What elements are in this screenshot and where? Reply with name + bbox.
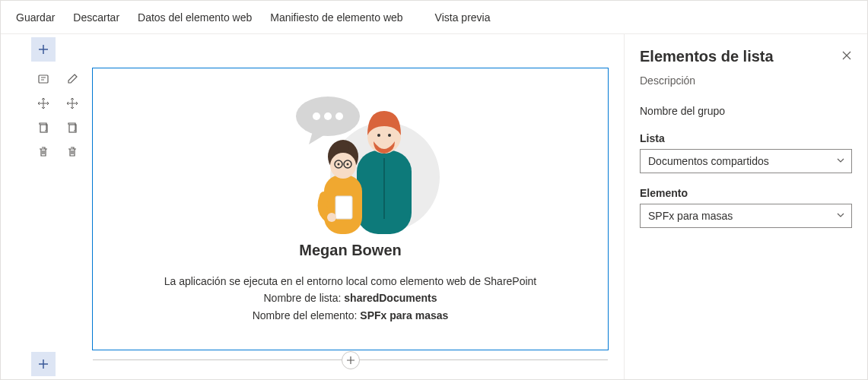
move-webpart-button[interactable] [65, 97, 79, 110]
save-button[interactable]: Guardar [7, 1, 64, 34]
webpart-manifest-button[interactable]: Manifiesto de elemento web [261, 1, 412, 34]
svg-point-5 [313, 112, 320, 120]
delete-webpart-button[interactable] [65, 145, 79, 159]
list-field-label: Lista [640, 132, 852, 144]
plus-icon [37, 358, 49, 370]
duplicate-section-button[interactable] [37, 121, 50, 135]
svg-point-11 [377, 134, 380, 137]
list-dropdown-value: Documentos compartidos [648, 155, 769, 167]
svg-point-6 [324, 112, 332, 120]
panel-header: Elementos de lista [625, 34, 867, 70]
preview-button[interactable]: Vista previa [426, 1, 500, 34]
list-dropdown[interactable]: Documentos compartidos [640, 149, 852, 173]
svg-point-19 [337, 163, 339, 166]
chevron-down-icon [836, 155, 845, 167]
duplicate-webpart-button[interactable] [65, 121, 79, 135]
add-section-top-button[interactable] [31, 37, 56, 62]
element-field-label: Elemento [640, 187, 852, 199]
svg-point-14 [337, 141, 349, 154]
add-section-bottom-button[interactable] [31, 352, 56, 376]
outer-edit-rail [31, 68, 56, 159]
property-pane: Elementos de lista Descripción Nombre de… [624, 34, 867, 379]
svg-point-20 [346, 163, 348, 166]
svg-rect-0 [39, 75, 48, 83]
close-panel-button[interactable] [841, 50, 852, 63]
list-name-line: Nombre de lista: sharedDocuments [264, 290, 437, 306]
close-icon [841, 50, 852, 61]
panel-description: Descripción [640, 74, 852, 87]
svg-point-7 [335, 112, 343, 120]
svg-point-22 [327, 213, 336, 222]
workbench-toolbar: Guardar Descartar Datos del elemento web… [1, 1, 867, 34]
add-webpart-inline-button[interactable] [342, 351, 360, 369]
element-dropdown[interactable]: SPFx para masas [640, 204, 852, 228]
element-name-value: SPFx para masas [360, 309, 448, 321]
canvas-area: Megan Bowen La aplicación se ejecuta en … [1, 34, 624, 379]
plus-icon [37, 43, 49, 55]
panel-title: Elementos de lista [640, 48, 774, 65]
webpart-data-button[interactable]: Datos del elemento web [129, 1, 261, 34]
svg-point-12 [388, 134, 391, 137]
element-name-label: Nombre del elemento: [253, 309, 361, 321]
element-name-line: Nombre del elemento: SPFx para masas [253, 307, 449, 324]
edit-webpart-button[interactable] [65, 72, 79, 86]
plus-icon [346, 356, 355, 365]
panel-body: Descripción Nombre del grupo Lista Docum… [625, 70, 867, 246]
inner-edit-rail [60, 68, 84, 159]
people-illustration [237, 82, 465, 234]
list-name-label: Nombre de lista: [264, 292, 345, 304]
svg-point-16 [330, 153, 356, 179]
panel-group-name: Nombre del grupo [640, 105, 852, 117]
app-description: La aplicación se ejecuta en el entorno l… [164, 273, 537, 290]
move-section-button[interactable] [37, 97, 50, 110]
person-name: Megan Bowen [299, 242, 401, 259]
list-name-value: sharedDocuments [344, 292, 437, 304]
edit-section-button[interactable] [37, 72, 50, 86]
chevron-down-icon [836, 210, 845, 222]
element-dropdown-value: SPFx para masas [648, 210, 733, 222]
main-layout: Megan Bowen La aplicación se ejecuta en … [1, 34, 867, 379]
webpart-frame: Megan Bowen La aplicación se ejecuta en … [92, 68, 609, 350]
discard-button[interactable]: Descartar [64, 1, 129, 34]
delete-section-button[interactable] [37, 145, 50, 159]
svg-rect-21 [335, 196, 352, 219]
